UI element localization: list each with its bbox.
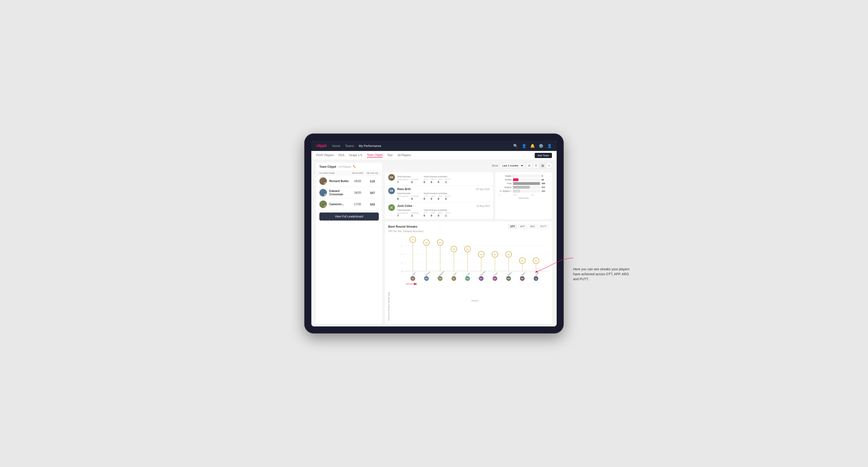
player-score: 18/20	[349, 191, 366, 194]
x-label-200: 200	[514, 194, 517, 196]
search-icon[interactable]: 🔍	[513, 144, 518, 148]
svg-text:EC: EC	[480, 278, 483, 280]
nav-teams[interactable]: Teams	[345, 144, 354, 148]
bar-label: Eagles	[499, 175, 512, 177]
table-row[interactable]: C 3 Cameron... 17/20 103	[316, 198, 382, 210]
subnav-tour[interactable]: Tour	[387, 154, 393, 157]
col-pb-avg: PB AVG SQ	[366, 172, 379, 174]
settings-icon[interactable]: ⚙️	[539, 144, 544, 148]
card-name: Josh Coles	[397, 204, 412, 208]
bar-label: Pars	[499, 182, 512, 185]
subnav-pga[interactable]: PGA	[338, 154, 344, 157]
chart-x-axis: 0 200 400	[499, 194, 549, 196]
putt-tab[interactable]: PUTT	[538, 224, 549, 229]
card-info: Josh Coles 26 Aug 2023 Total Rounds	[397, 204, 490, 217]
add-team-button[interactable]: Add Team	[535, 153, 552, 158]
col-pb-score: PB SCORE	[349, 172, 366, 174]
svg-text:7x: 7x	[412, 239, 414, 241]
detail-view-button[interactable]: ≡	[546, 163, 552, 168]
bell-icon[interactable]: 🔔	[530, 144, 535, 148]
add-team-container: Add Team	[535, 153, 552, 158]
card-stats: Total Rounds Tournament 7	[397, 209, 490, 217]
player-card[interactable]: JC Josh Coles 26 Aug 2023 Total Rounds	[385, 203, 493, 219]
practice-act-group: Total Practice Activities OTT 0	[424, 209, 451, 217]
player-name: Richard Butler	[329, 180, 349, 183]
chart-x-title: Total Shots	[499, 197, 549, 199]
subnav-all-players[interactable]: All Players	[398, 154, 411, 157]
bar-fill	[513, 190, 520, 192]
bar-wrap	[513, 186, 540, 189]
bar-fill	[513, 182, 540, 185]
profile-avatar[interactable]: 👤	[547, 144, 552, 148]
practice-sub: Practice	[411, 195, 419, 197]
card-stats: Total Rounds Tournament 7	[397, 176, 490, 184]
svg-text:EE: EE	[412, 278, 414, 280]
show-select[interactable]: Last 3 months Last 6 months Last year	[500, 163, 524, 168]
putt-val: 0	[445, 197, 451, 200]
bar-wrap	[513, 175, 540, 177]
person-icon[interactable]: 👤	[522, 144, 526, 148]
bar-chart-panel: Eagles 3 Birdies	[495, 172, 552, 219]
practice-row: OTT 0 APP 0	[424, 178, 451, 184]
streaks-panel: Best Round Streaks OTT APP ARG PUTT Off …	[385, 221, 552, 323]
subnav-pgat[interactable]: PGAT Players	[316, 154, 334, 157]
bar-val: 311	[541, 186, 549, 188]
main-content: Team Clippd | 14 Players ✏️ PLAYER NAME …	[311, 160, 557, 326]
grid-view-button[interactable]: ⊞	[526, 163, 532, 168]
list-view-button[interactable]: ☰	[533, 163, 539, 168]
table-header: PLAYER NAME PB SCORE PB AVG SQ	[316, 171, 382, 176]
arg-sub: ARG	[438, 195, 442, 197]
col-player-name: PLAYER NAME	[319, 172, 349, 174]
table-row[interactable]: EC 2 Edward Crossman 18/20 107	[316, 187, 382, 198]
table-row[interactable]: RB 1 Richard Butler 19/20 110	[316, 176, 382, 187]
svg-text:6: 6	[401, 245, 402, 247]
practice-activities-label: Total Practice Activities	[424, 176, 451, 178]
annotation-container: Here you can see streaks your players ha…	[573, 267, 632, 282]
app-val: 0	[431, 181, 435, 184]
svg-text:4x: 4x	[507, 253, 510, 256]
streaks-svg: 0 2 4 6 7x E. Ebert	[401, 235, 549, 282]
putt-sub: PUTT	[445, 212, 451, 214]
practice-label: Practice	[411, 178, 419, 181]
card-name: Rees Britt	[397, 187, 411, 191]
total-rounds-label: Total Rounds	[397, 176, 419, 178]
view-leaderboard-button[interactable]: View Full Leaderboard	[319, 213, 379, 220]
subnav-team-clippd[interactable]: Team Clippd	[367, 153, 382, 158]
player-count: | 14 Players	[338, 165, 351, 168]
card-info: Rees Britt 02 Sep 2023 Total Rounds	[397, 187, 490, 200]
bar-row-bogeys: Bogeys 311	[499, 186, 549, 189]
card-view-button[interactable]: ▦	[540, 163, 545, 168]
svg-text:RB: RB	[466, 278, 469, 280]
bar-wrap	[513, 190, 540, 192]
bar-label: Bogeys	[499, 186, 512, 188]
player-avg: 107	[366, 191, 379, 195]
arg-tab[interactable]: ARG	[528, 224, 537, 229]
player-card[interactable]: RB Rees Britt 02 Sep 2023 Total Rounds	[385, 186, 493, 203]
arg-label: ARG	[438, 178, 442, 181]
nav-home[interactable]: Home	[332, 144, 340, 148]
putt-label: PUTT	[445, 178, 451, 181]
subnav-hcaps[interactable]: Hcaps 1-5	[349, 154, 362, 157]
bar-row-dbogeys: D. Bogeys + 131	[499, 190, 549, 192]
bar-row-birdies: Birdies 96	[499, 178, 549, 181]
bar-label: D. Bogeys +	[499, 190, 512, 192]
ott-tab[interactable]: OTT	[508, 224, 517, 229]
ott-val: 0	[424, 197, 428, 200]
arg-val: 0	[438, 197, 442, 200]
player-card[interactable]: RB Total Rounds Tournament	[385, 172, 493, 186]
logo: clippd	[316, 144, 327, 148]
players-cards-panel: RB Total Rounds Tournament	[385, 172, 493, 219]
player-score: 19/20	[349, 180, 366, 183]
app-tab[interactable]: APP	[518, 224, 527, 229]
avatar: RB 1	[319, 177, 327, 185]
card-date: 26 Aug 2023	[476, 205, 490, 207]
nav-my-performance[interactable]: My Performance	[359, 144, 381, 148]
practice-act-label: Total Practice Activities	[424, 192, 451, 195]
bar-fill	[513, 186, 530, 189]
x-label-400: 400	[531, 194, 534, 196]
card-date: 02 Sep 2023	[476, 188, 490, 191]
player-score: 17/20	[349, 203, 366, 206]
card-avatar: JC	[388, 204, 395, 211]
total-rounds-group: Total Rounds Tournament 7	[397, 176, 419, 184]
edit-icon[interactable]: ✏️	[352, 165, 356, 168]
